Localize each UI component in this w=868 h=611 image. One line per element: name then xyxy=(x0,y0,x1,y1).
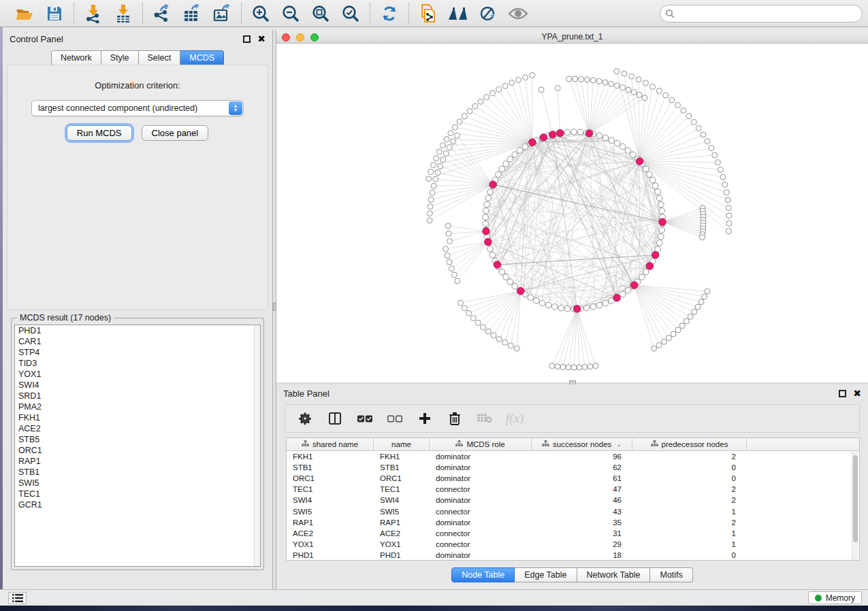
split-columns-icon[interactable] xyxy=(327,411,342,426)
close-panel-icon[interactable]: ✖ xyxy=(853,390,861,397)
node-table[interactable]: shared namenameMCDS rolesuccessor nodes⌄… xyxy=(286,437,860,561)
show-graphics-icon[interactable] xyxy=(508,3,528,24)
column-header-predecessor-nodes[interactable]: predecessor nodes xyxy=(632,438,747,450)
optimization-criterion-label: Optimization criterion: xyxy=(7,80,268,90)
zoom-out-icon[interactable] xyxy=(280,3,301,24)
mcds-result-item[interactable]: PMA2 xyxy=(15,401,260,412)
table-header-row: shared namenameMCDS rolesuccessor nodes⌄… xyxy=(287,438,859,451)
delete-icon[interactable] xyxy=(447,411,462,426)
mcds-result-list[interactable]: PHD1CAR1STP4TID3YOX1SWI4SRD1PMA2FKH1ACE2… xyxy=(14,325,261,567)
cell-predecessor_nodes: 2 xyxy=(632,452,747,461)
tab-network-table[interactable]: Network Table xyxy=(577,567,651,582)
zoom-selected-icon[interactable] xyxy=(340,3,361,24)
tab-motifs[interactable]: Motifs xyxy=(650,567,692,582)
close-panel-icon[interactable]: ✖ xyxy=(257,35,266,43)
table-row[interactable]: PHD1PHD1dominator180 xyxy=(287,550,859,561)
import-network-icon[interactable] xyxy=(83,3,103,24)
mcds-result-item[interactable]: ORC1 xyxy=(15,445,260,456)
cell-name: TEC1 xyxy=(374,485,430,493)
column-header-successor-nodes[interactable]: successor nodes⌄ xyxy=(532,438,632,450)
float-panel-icon[interactable] xyxy=(243,35,251,43)
mcds-result-item[interactable]: SWI4 xyxy=(15,380,260,391)
mcds-result-item[interactable]: SWI5 xyxy=(15,478,260,489)
close-window-icon[interactable] xyxy=(282,33,290,42)
add-column-icon[interactable] xyxy=(417,411,432,426)
gear-icon[interactable] xyxy=(298,411,312,426)
mcds-result-item[interactable]: STB1 xyxy=(15,467,260,478)
table-row[interactable]: ORC1ORC1dominator610 xyxy=(287,473,859,484)
clone-network-icon[interactable] xyxy=(418,3,438,24)
cell-mcds_role: dominator xyxy=(430,474,532,482)
table-row[interactable]: STB1STB1dominator620 xyxy=(287,462,859,473)
network-view[interactable] xyxy=(276,44,868,382)
mcds-result-group: MCDS result (17 nodes) PHD1CAR1STP4TID3Y… xyxy=(11,318,264,570)
mcds-result-item[interactable]: TEC1 xyxy=(15,489,260,499)
maximize-window-icon[interactable] xyxy=(310,33,319,42)
save-session-icon[interactable] xyxy=(44,3,65,24)
mcds-result-item[interactable]: STB5 xyxy=(15,434,260,445)
mcds-result-item[interactable]: GCR1 xyxy=(15,499,260,510)
delete-table-icon[interactable] xyxy=(477,411,492,426)
export-image-icon[interactable] xyxy=(212,3,232,24)
table-scrollbar[interactable] xyxy=(852,452,858,561)
mcds-result-item[interactable]: STP4 xyxy=(15,347,260,358)
network-window-titlebar[interactable]: YPA_prune.txt_1 xyxy=(276,31,868,44)
cell-name: YOX1 xyxy=(374,540,430,548)
mcds-result-item[interactable]: YOX1 xyxy=(15,369,260,380)
table-row[interactable]: TEC1TEC1connector472 xyxy=(287,484,859,495)
open-file-icon[interactable] xyxy=(14,3,35,24)
column-header-shared-name[interactable]: shared name xyxy=(287,438,374,450)
mcds-result-item[interactable]: PHD1 xyxy=(15,325,260,336)
mcds-result-item[interactable]: RAP1 xyxy=(15,456,260,467)
deselect-checkboxes-icon[interactable] xyxy=(387,411,402,426)
export-table-icon[interactable] xyxy=(182,3,202,24)
tab-mcds[interactable]: MCDS xyxy=(180,50,224,65)
status-bar: Memory xyxy=(0,589,868,606)
mcds-result-item[interactable]: TID3 xyxy=(15,358,260,369)
sort-indicator-icon: ⌄ xyxy=(616,441,622,448)
network-window-title: YPA_prune.txt_1 xyxy=(542,32,603,42)
run-mcds-button[interactable]: Run MCDS xyxy=(67,125,132,141)
zoom-fit-icon[interactable] xyxy=(310,3,331,24)
column-header-MCDS-role[interactable]: MCDS role xyxy=(430,438,532,450)
table-row[interactable]: SWI5SWI5connector431 xyxy=(287,506,859,516)
task-history-button[interactable] xyxy=(8,592,27,604)
cell-predecessor_nodes: 2 xyxy=(632,496,747,504)
table-row[interactable]: FKH1FKH1dominator962 xyxy=(287,451,859,462)
zoom-in-icon[interactable] xyxy=(251,3,271,24)
close-panel-button[interactable]: Close panel xyxy=(142,125,209,141)
function-builder-icon[interactable]: f(x) xyxy=(507,411,522,426)
cell-successor_nodes: 62 xyxy=(532,463,632,472)
hide-annotations-icon[interactable] xyxy=(478,3,498,24)
column-header-name[interactable]: name xyxy=(374,438,430,450)
select-all-checkboxes-icon[interactable] xyxy=(357,411,372,426)
list-scrollbar[interactable] xyxy=(254,325,260,566)
import-table-icon[interactable] xyxy=(113,3,133,24)
mcds-result-item[interactable]: CAR1 xyxy=(15,336,260,347)
tab-style[interactable]: Style xyxy=(101,50,139,65)
mcds-result-item[interactable]: FKH1 xyxy=(15,412,260,423)
refresh-icon[interactable] xyxy=(379,3,400,24)
export-network-icon[interactable] xyxy=(152,3,172,24)
memory-button[interactable]: Memory xyxy=(808,591,862,604)
mcds-result-item[interactable]: ACE2 xyxy=(15,423,260,434)
search-input[interactable] xyxy=(660,5,863,22)
scrollbar-thumb[interactable] xyxy=(853,455,858,542)
mcds-result-item[interactable]: SRD1 xyxy=(15,391,260,401)
minimize-window-icon[interactable] xyxy=(296,33,304,42)
table-row[interactable]: SWI4SWI4dominator462 xyxy=(287,495,859,506)
tab-select[interactable]: Select xyxy=(139,50,181,65)
cell-shared_name: TEC1 xyxy=(287,485,374,493)
table-row[interactable]: RAP1RAP1dominator352 xyxy=(287,517,859,528)
tab-node-table[interactable]: Node Table xyxy=(451,567,515,582)
float-panel-icon[interactable] xyxy=(839,390,846,397)
tab-edge-table[interactable]: Edge Table xyxy=(515,567,577,582)
table-row[interactable]: YOX1YOX1connector291 xyxy=(287,539,859,550)
network-graph[interactable] xyxy=(276,44,868,382)
birds-eye-view-icon[interactable] xyxy=(448,3,468,24)
optimization-criterion-select[interactable]: largest connected component (undirected)… xyxy=(31,100,244,116)
control-panel-tabs: NetworkStyleSelectMCDS xyxy=(3,50,272,65)
tab-network[interactable]: Network xyxy=(51,50,101,65)
table-row[interactable]: ACE2ACE2connector311 xyxy=(287,528,859,539)
cell-shared_name: ACE2 xyxy=(287,529,374,538)
